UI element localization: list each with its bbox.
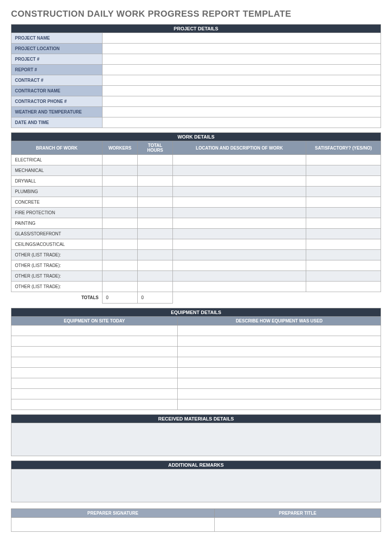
work-workers-input[interactable] (103, 282, 138, 292)
equipment-onsite-input[interactable] (11, 378, 178, 389)
equipment-onsite-input[interactable] (11, 368, 178, 378)
work-workers-input[interactable] (103, 250, 138, 260)
work-branch-label: MECHANICAL (11, 165, 103, 176)
equipment-onsite-input[interactable] (11, 347, 178, 357)
work-location-input[interactable] (173, 176, 306, 187)
project-field-label: PROJECT NAME (11, 33, 103, 44)
project-field-label: WEATHER AND TEMPERATURE (11, 107, 103, 117)
work-hours-input[interactable] (138, 176, 173, 187)
work-workers-input[interactable] (103, 187, 138, 197)
work-hours-input[interactable] (138, 197, 173, 208)
work-hours-input[interactable] (138, 239, 173, 250)
work-location-input[interactable] (173, 165, 306, 176)
equipment-used-input[interactable] (178, 336, 381, 347)
project-field-input[interactable] (103, 117, 381, 128)
materials-input[interactable] (11, 423, 381, 456)
project-field-input[interactable] (103, 65, 381, 75)
work-satisfactory-input[interactable] (306, 239, 381, 250)
equipment-used-input[interactable] (178, 389, 381, 399)
work-location-input[interactable] (173, 282, 306, 292)
work-satisfactory-input[interactable] (306, 155, 381, 165)
work-satisfactory-input[interactable] (306, 271, 381, 282)
work-satisfactory-input[interactable] (306, 218, 381, 229)
equipment-used-input[interactable] (178, 378, 381, 389)
preparer-signature-input[interactable] (11, 518, 215, 532)
work-location-input[interactable] (173, 271, 306, 282)
work-hours-input[interactable] (138, 208, 173, 218)
work-satisfactory-input[interactable] (306, 260, 381, 271)
work-hours-input[interactable] (138, 282, 173, 292)
work-workers-input[interactable] (103, 165, 138, 176)
equipment-onsite-input[interactable] (11, 326, 178, 336)
project-field-input[interactable] (103, 75, 381, 86)
work-satisfactory-input[interactable] (306, 229, 381, 239)
project-field-input[interactable] (103, 86, 381, 96)
work-row: DRYWALL (11, 176, 381, 187)
work-satisfactory-input[interactable] (306, 176, 381, 187)
work-hours-input[interactable] (138, 229, 173, 239)
preparer-title-input[interactable] (215, 518, 381, 532)
work-workers-input[interactable] (103, 218, 138, 229)
work-location-input[interactable] (173, 187, 306, 197)
project-field-input[interactable] (103, 96, 381, 107)
work-hours-input[interactable] (138, 271, 173, 282)
project-field-input[interactable] (103, 44, 381, 54)
work-details-table: WORK DETAILS BRANCH OF WORK WORKERS TOTA… (11, 132, 381, 304)
equipment-used-input[interactable] (178, 368, 381, 378)
col-branch: BRANCH OF WORK (11, 141, 103, 155)
page-title: CONSTRUCTION DAILY WORK PROGRESS REPORT … (11, 9, 381, 19)
work-location-input[interactable] (173, 260, 306, 271)
work-location-input[interactable] (173, 250, 306, 260)
equipment-used-input[interactable] (178, 326, 381, 336)
project-field-input[interactable] (103, 54, 381, 65)
equipment-used-input[interactable] (178, 347, 381, 357)
work-location-input[interactable] (173, 218, 306, 229)
work-satisfactory-input[interactable] (306, 187, 381, 197)
work-hours-input[interactable] (138, 218, 173, 229)
equipment-onsite-input[interactable] (11, 336, 178, 347)
work-location-input[interactable] (173, 155, 306, 165)
work-hours-input[interactable] (138, 165, 173, 176)
work-satisfactory-input[interactable] (306, 282, 381, 292)
equipment-onsite-input[interactable] (11, 389, 178, 399)
col-workers: WORKERS (103, 141, 138, 155)
equipment-row (11, 368, 381, 378)
work-satisfactory-input[interactable] (306, 197, 381, 208)
work-workers-input[interactable] (103, 229, 138, 239)
work-satisfactory-input[interactable] (306, 250, 381, 260)
work-row: FIRE PROTECTION (11, 208, 381, 218)
work-row: GLASS/STOREFRONT (11, 229, 381, 239)
work-workers-input[interactable] (103, 260, 138, 271)
work-location-input[interactable] (173, 208, 306, 218)
work-workers-input[interactable] (103, 176, 138, 187)
equipment-onsite-input[interactable] (11, 399, 178, 410)
work-location-input[interactable] (173, 239, 306, 250)
equipment-used-input[interactable] (178, 357, 381, 368)
totals-workers[interactable]: 0 (103, 292, 138, 304)
project-field-input[interactable] (103, 33, 381, 44)
equipment-used-input[interactable] (178, 399, 381, 410)
work-workers-input[interactable] (103, 197, 138, 208)
work-row: OTHER (LIST TRADE): (11, 282, 381, 292)
preparer-title-label: PREPARER TITLE (215, 509, 381, 518)
work-workers-input[interactable] (103, 208, 138, 218)
work-row: OTHER (LIST TRADE): (11, 271, 381, 282)
work-workers-input[interactable] (103, 155, 138, 165)
work-satisfactory-input[interactable] (306, 165, 381, 176)
work-hours-input[interactable] (138, 250, 173, 260)
equipment-onsite-input[interactable] (11, 357, 178, 368)
work-hours-input[interactable] (138, 155, 173, 165)
work-hours-input[interactable] (138, 260, 173, 271)
work-workers-input[interactable] (103, 271, 138, 282)
work-location-input[interactable] (173, 197, 306, 208)
work-location-input[interactable] (173, 229, 306, 239)
remarks-input[interactable] (11, 469, 381, 502)
work-workers-input[interactable] (103, 239, 138, 250)
col-equipment-onsite: EQUIPMENT ON SITE TODAY (11, 317, 178, 326)
work-hours-input[interactable] (138, 187, 173, 197)
project-field-label: PROJECT LOCATION (11, 44, 103, 54)
totals-hours[interactable]: 0 (138, 292, 173, 304)
work-satisfactory-input[interactable] (306, 208, 381, 218)
equipment-row (11, 336, 381, 347)
project-field-input[interactable] (103, 107, 381, 117)
